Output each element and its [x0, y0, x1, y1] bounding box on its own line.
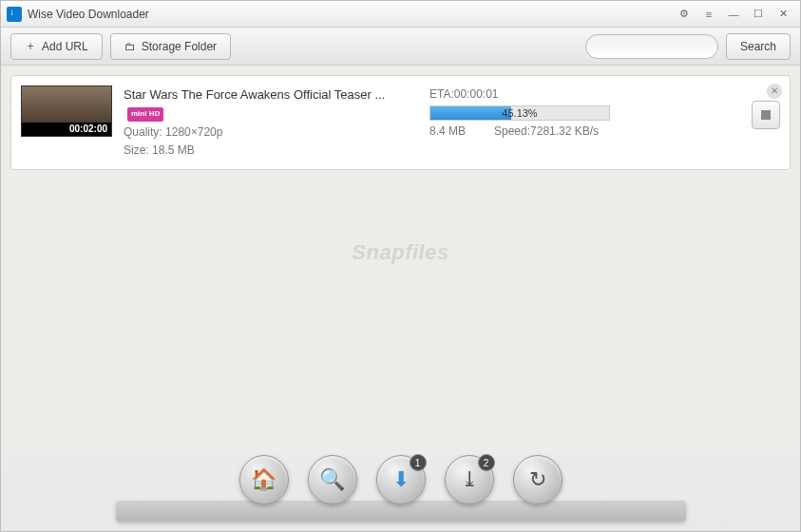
- quality-label: Quality:: [124, 125, 162, 139]
- window-title: Wise Video Downloader: [28, 8, 671, 21]
- magnify-icon: 🔍: [319, 467, 345, 492]
- plus-icon: ＋: [25, 38, 36, 54]
- downloaded-button[interactable]: ⤓ 2: [445, 455, 494, 504]
- storage-folder-button[interactable]: 🗀 Storage Folder: [110, 33, 231, 60]
- download-item: 00:02:00 Star Wars The Force Awakens Off…: [10, 75, 791, 170]
- storage-folder-label: Storage Folder: [142, 40, 217, 53]
- settings-gear-icon[interactable]: ⚙: [673, 6, 696, 23]
- download-tray-icon: ⤓: [461, 467, 478, 492]
- titlebar: Wise Video Downloader ⚙ ≡ — ☐ ✕: [1, 1, 800, 28]
- duration-label: 00:02:00: [22, 123, 111, 136]
- folder-icon: 🗀: [124, 40, 136, 53]
- menu-icon[interactable]: ≡: [697, 6, 720, 23]
- downloading-badge: 1: [410, 454, 427, 471]
- search-button-label: Search: [740, 40, 776, 53]
- dock: 🏠 🔍 ⬇ 1 ⤓ 2 ↻: [1, 455, 800, 531]
- search-dock-button[interactable]: 🔍: [308, 455, 357, 504]
- downloading-button[interactable]: ⬇ 1: [376, 455, 426, 504]
- home-button[interactable]: 🏠: [239, 455, 289, 504]
- toolbar: ＋ Add URL 🗀 Storage Folder Search: [1, 28, 800, 66]
- progress-text: 45.13%: [430, 106, 609, 120]
- add-url-button[interactable]: ＋ Add URL: [10, 33, 103, 60]
- video-title: Star Wars The Force Awakens Official Tea…: [124, 87, 385, 102]
- minimize-button[interactable]: —: [722, 6, 745, 23]
- search-button[interactable]: Search: [726, 33, 791, 60]
- eta-label: ETA:: [429, 87, 454, 101]
- remove-item-button[interactable]: ✕: [767, 84, 782, 99]
- hd-badge: mini HD: [127, 107, 163, 122]
- arrow-down-icon: ⬇: [392, 467, 410, 492]
- size-value: 18.5 MB: [152, 143, 195, 157]
- speed-value: 7281.32 KB/s: [530, 124, 599, 138]
- progress-bar: 45.13%: [429, 105, 610, 121]
- search-input[interactable]: [585, 34, 718, 59]
- watermark: Snapfiles: [352, 240, 448, 265]
- size-label: Size:: [124, 143, 149, 157]
- speed-label: Speed:: [494, 124, 530, 138]
- eta-value: 00:00:01: [454, 87, 499, 101]
- stop-button[interactable]: [752, 101, 780, 129]
- downloaded-value: 8.4 MB: [429, 123, 466, 141]
- download-list: 00:02:00 Star Wars The Force Awakens Off…: [1, 66, 800, 455]
- quality-value: 1280×720p: [165, 125, 222, 139]
- close-window-button[interactable]: ✕: [772, 6, 794, 23]
- maximize-button[interactable]: ☐: [747, 6, 770, 23]
- add-url-label: Add URL: [42, 40, 88, 53]
- refresh-icon: ↻: [529, 467, 546, 492]
- video-thumbnail: 00:02:00: [21, 86, 112, 137]
- downloaded-badge: 2: [478, 454, 495, 471]
- home-icon: 🏠: [251, 467, 277, 492]
- refresh-button[interactable]: ↻: [513, 455, 563, 504]
- app-icon: [7, 7, 22, 22]
- stop-icon: [761, 110, 771, 120]
